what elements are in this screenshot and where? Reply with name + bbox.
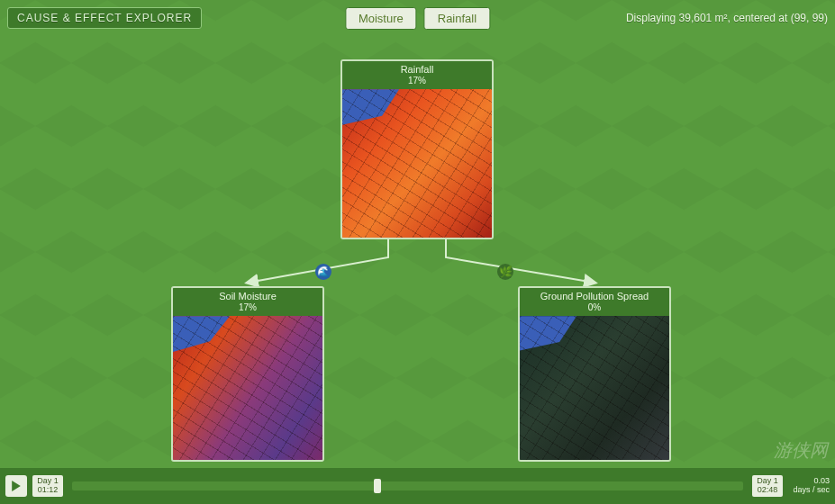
heatmap-ground-pollution [520,316,669,460]
speed-display: 0.03 days / sec [790,477,830,495]
node-value: 17% [175,302,321,313]
node-header: Rainfall 17% [342,61,492,89]
start-time-label: 01:12 [36,486,59,495]
timeline-start-marker[interactable]: Day 1 01:12 [32,475,63,497]
node-header: Soil Moisture 17% [173,288,322,316]
node-title: Soil Moisture [175,291,321,302]
timeline-handle[interactable] [374,479,381,493]
graph-canvas: 🌊 🌿 Rainfall 17% Soil Moisture 17% Groun… [0,36,835,464]
water-icon: 🌊 [315,264,331,280]
speed-unit: days / sec [790,486,830,495]
heatmap-rainfall [342,89,492,238]
end-time-label: 02:48 [756,486,779,495]
play-button[interactable] [5,475,27,497]
play-icon [11,481,22,491]
timeline-end-marker[interactable]: Day 1 02:48 [752,475,783,497]
area-info-label: Displaying 39,601 m², centered at (99, 9… [626,12,828,24]
breadcrumb: Moisture Rainfall [345,7,490,30]
timeline-track[interactable] [72,482,743,490]
node-soil-moisture[interactable]: Soil Moisture 17% [171,286,324,462]
node-ground-pollution[interactable]: Ground Pollution Spread 0% [518,286,671,462]
node-rainfall[interactable]: Rainfall 17% [340,59,494,239]
plant-icon: 🌿 [497,264,513,280]
breadcrumb-moisture[interactable]: Moisture [345,7,417,30]
timeline-bar: Day 1 01:12 Day 1 02:48 0.03 days / sec [0,468,835,504]
node-value: 0% [522,302,667,313]
explorer-title-button[interactable]: CAUSE & EFFECT EXPLORER [7,7,202,29]
breadcrumb-rainfall[interactable]: Rainfall [424,7,490,30]
node-header: Ground Pollution Spread 0% [520,288,669,316]
node-title: Ground Pollution Spread [522,291,667,302]
node-value: 17% [344,76,490,86]
node-title: Rainfall [344,64,490,76]
heatmap-soil-moisture [173,316,322,460]
